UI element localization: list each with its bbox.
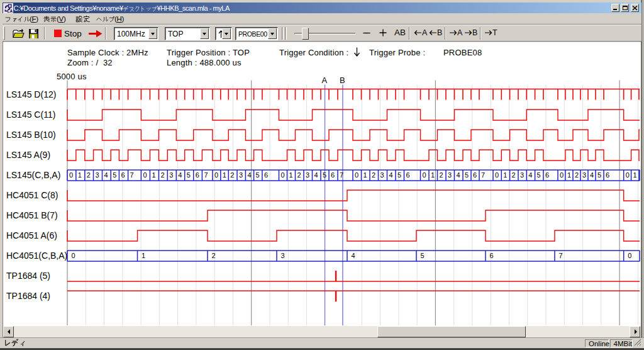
svg-text:3: 3 xyxy=(448,171,452,179)
svg-text:4: 4 xyxy=(178,171,182,179)
svg-text:6: 6 xyxy=(406,171,410,179)
svg-text:5000 us: 5000 us xyxy=(57,72,87,81)
svg-text:5: 5 xyxy=(597,171,601,179)
svg-text:6: 6 xyxy=(473,171,477,179)
svg-text:1: 1 xyxy=(152,171,155,179)
svg-text:0: 0 xyxy=(69,171,73,179)
svg-text:3: 3 xyxy=(239,171,243,179)
svg-text:5: 5 xyxy=(187,171,191,179)
svg-text:7: 7 xyxy=(130,171,134,179)
svg-text:HC4051 A(6): HC4051 A(6) xyxy=(6,230,57,240)
svg-text:5: 5 xyxy=(397,171,401,179)
svg-text:5: 5 xyxy=(421,252,425,259)
svg-text:0: 0 xyxy=(355,171,358,179)
svg-text:2: 2 xyxy=(212,252,216,259)
svg-text:0: 0 xyxy=(628,252,631,259)
svg-text:6: 6 xyxy=(196,171,199,179)
svg-text:HC4051(C,B,A): HC4051(C,B,A) xyxy=(6,251,67,261)
svg-text:Length : 488.000 us: Length : 488.000 us xyxy=(167,58,242,67)
svg-text:2: 2 xyxy=(512,171,516,179)
svg-text:2: 2 xyxy=(230,171,234,179)
svg-text:4: 4 xyxy=(314,171,318,179)
svg-text:4: 4 xyxy=(457,171,460,179)
svg-text:6: 6 xyxy=(545,171,549,179)
svg-text:3: 3 xyxy=(96,171,99,179)
svg-text:6: 6 xyxy=(121,171,125,179)
svg-text:6: 6 xyxy=(606,171,609,179)
svg-text:LS145 A(9): LS145 A(9) xyxy=(6,150,50,160)
svg-text:0: 0 xyxy=(495,171,499,179)
svg-text:1: 1 xyxy=(78,171,82,179)
svg-text:0: 0 xyxy=(626,171,630,179)
svg-text:Sample Clock : 2MHz: Sample Clock : 2MHz xyxy=(67,48,148,57)
svg-text:Zoom : / 32: Zoom : / 32 xyxy=(67,58,113,67)
svg-text:LS145 C(11): LS145 C(11) xyxy=(6,110,55,120)
svg-text:5: 5 xyxy=(113,171,116,179)
svg-text:HC4051 B(7): HC4051 B(7) xyxy=(6,210,58,220)
svg-text:A: A xyxy=(322,76,328,85)
svg-text:4: 4 xyxy=(247,171,251,179)
svg-text:4: 4 xyxy=(352,252,355,259)
svg-text:Trigger Position : TOP: Trigger Position : TOP xyxy=(167,48,250,57)
svg-text:7: 7 xyxy=(204,171,208,179)
svg-text:PROBE08: PROBE08 xyxy=(443,48,482,57)
svg-text:LS145 B(10): LS145 B(10) xyxy=(6,130,56,140)
svg-text:TP1684 (4): TP1684 (4) xyxy=(6,291,50,301)
svg-text:2: 2 xyxy=(372,171,375,179)
svg-text:4: 4 xyxy=(389,171,393,179)
svg-text:B: B xyxy=(340,76,345,85)
svg-text:5: 5 xyxy=(323,171,326,179)
svg-text:2: 2 xyxy=(440,171,443,179)
svg-text:3: 3 xyxy=(582,171,586,179)
svg-text:3: 3 xyxy=(306,171,309,179)
svg-text:1: 1 xyxy=(567,171,571,179)
svg-text:3: 3 xyxy=(281,252,285,259)
svg-text:1: 1 xyxy=(142,252,145,259)
svg-text:3: 3 xyxy=(520,171,524,179)
svg-text:7: 7 xyxy=(481,171,485,179)
svg-text:1: 1 xyxy=(289,171,293,179)
svg-text:0: 0 xyxy=(214,171,218,179)
svg-text:1: 1 xyxy=(223,171,226,179)
svg-text:LS145(C,B,A): LS145(C,B,A) xyxy=(6,170,60,180)
svg-text:4: 4 xyxy=(590,171,594,179)
svg-text:2: 2 xyxy=(575,171,579,179)
svg-text:Trigger Probe :: Trigger Probe : xyxy=(369,48,425,57)
svg-text:7: 7 xyxy=(340,171,343,179)
svg-text:4: 4 xyxy=(528,171,532,179)
svg-text:0: 0 xyxy=(560,171,564,179)
svg-text:2: 2 xyxy=(87,171,91,179)
svg-text:3: 3 xyxy=(380,171,384,179)
svg-text:7: 7 xyxy=(559,252,563,259)
svg-text:TP1684 (5): TP1684 (5) xyxy=(6,271,50,281)
svg-text:2: 2 xyxy=(297,171,301,179)
svg-text:4: 4 xyxy=(104,171,108,179)
svg-text:2: 2 xyxy=(160,171,164,179)
svg-text:5: 5 xyxy=(537,171,541,179)
svg-text:1: 1 xyxy=(633,171,637,179)
svg-text:5: 5 xyxy=(256,171,260,179)
svg-text:0: 0 xyxy=(423,171,426,179)
svg-text:6: 6 xyxy=(264,171,268,179)
svg-text:0: 0 xyxy=(143,171,147,179)
svg-text:3: 3 xyxy=(169,171,173,179)
svg-text:Trigger Condition :: Trigger Condition : xyxy=(279,48,348,57)
svg-text:0: 0 xyxy=(281,171,285,179)
svg-text:6: 6 xyxy=(331,171,335,179)
svg-text:6: 6 xyxy=(490,252,494,259)
svg-text:1: 1 xyxy=(364,171,367,179)
svg-text:1: 1 xyxy=(503,171,507,179)
svg-text:5: 5 xyxy=(465,171,469,179)
svg-text:LS145 D(12): LS145 D(12) xyxy=(6,89,56,99)
svg-text:HC4051 C(8): HC4051 C(8) xyxy=(6,190,58,200)
svg-text:0: 0 xyxy=(72,252,75,259)
svg-text:1: 1 xyxy=(431,171,435,179)
